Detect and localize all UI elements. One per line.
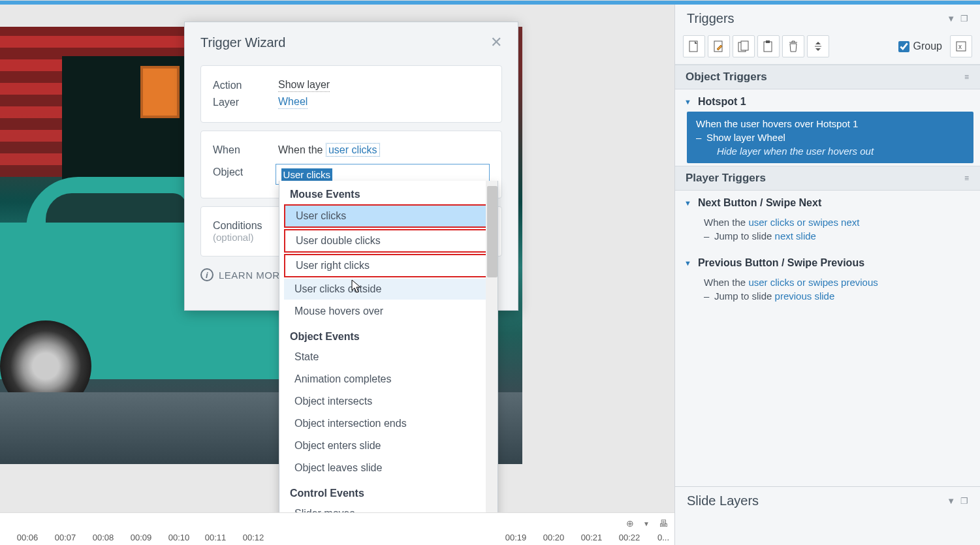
group-checkbox-input[interactable] [898,41,909,52]
value-layer[interactable]: Wheel [278,96,308,109]
timeline-tick: 00:19 [503,533,529,542]
dropdown-group-header: Mouse Events [279,181,498,204]
dropdown-item[interactable]: User clicks [284,204,493,228]
dropdown-item[interactable]: User clicks outside [284,279,493,300]
player-triggers-header[interactable]: Player Triggers≡ [675,166,980,191]
dropdown-item[interactable]: Object intersection ends [284,413,493,434]
timeline-print-icon[interactable]: 🖶 [659,518,668,529]
new-trigger-button[interactable] [683,35,705,57]
edit-trigger-button[interactable] [708,35,730,57]
dropdown-item[interactable]: Animation completes [284,369,493,390]
trigger-item-selected[interactable]: When the user hovers over Hotspot 1 Show… [687,112,973,163]
dropdown-item[interactable]: User right clicks [284,254,493,277]
group-checkbox[interactable]: Group [898,40,942,52]
label-layer: Layer [213,97,278,108]
trigger-group-title[interactable]: ▼ Next Button / Swipe Next [675,193,980,213]
hamburger-icon[interactable]: ≡ [964,72,970,82]
timeline-tick: 00:06 [14,533,40,542]
value-action[interactable]: Show layer [278,79,330,92]
timeline-insert-icon[interactable]: ⊕ [626,518,634,529]
triggers-toolbar: Group x [675,31,980,65]
dialog-title: Trigger Wizard [200,35,285,50]
event-dropdown[interactable]: Mouse EventsUser clicksUser double click… [279,181,498,533]
timeline-tick: 00:08 [90,533,116,542]
dropdown-item[interactable]: Object leaves slide [284,458,493,478]
timeline-tick: 00:09 [128,533,154,542]
close-icon[interactable]: ✕ [490,34,502,51]
when-prefix: When the [278,144,326,155]
svg-rect-3 [741,41,748,50]
caret-down-icon: ▼ [684,199,691,207]
trigger-item[interactable]: When the user clicks or swipes next Jump… [693,213,980,248]
dropdown-item[interactable]: Object intersects [284,391,493,412]
trigger-group-hotspot1: ▼ Hotspot 1 When the user hovers over Ho… [675,89,980,166]
delete-trigger-button[interactable] [782,35,804,57]
timeline-menu-icon[interactable]: ▼ [643,520,650,527]
triggers-panel: Triggers ▼ ❐ Group x Object Triggers≡ ▼ … [674,5,980,545]
svg-rect-5 [766,40,770,43]
dropdown-item[interactable]: Object enters slide [284,435,493,456]
dropdown-item[interactable]: State [284,347,493,367]
label-conditions: Conditions (optional) [213,220,278,243]
dropdown-item[interactable]: Mouse hovers over [284,301,493,322]
label-action: Action [213,80,278,91]
info-icon: i [200,268,213,281]
svg-text:x: x [958,43,962,50]
orange-sign-graphic [140,66,180,118]
trigger-group-title[interactable]: ▼ Hotspot 1 [675,92,980,112]
timeline: ⊕ ▼ 🖶 00:0600:0700:0800:0900:1000:1100:1… [0,512,674,545]
timeline-tick: 00:07 [52,533,78,542]
trigger-group-next: ▼ Next Button / Swipe Next When the user… [675,191,980,251]
timeline-tick: 00:21 [578,533,605,542]
caret-down-icon: ▼ [684,98,691,106]
trigger-group-previous: ▼ Previous Button / Swipe Previous When … [675,251,980,311]
panel-popout-icon[interactable]: ❐ [960,496,968,506]
hamburger-icon[interactable]: ≡ [964,174,970,183]
timeline-tick: 00:20 [541,533,567,542]
copy-trigger-button[interactable] [733,35,755,57]
when-link[interactable]: user clicks [326,143,380,157]
timeline-tick: 00:11 [202,533,229,542]
trigger-group-title[interactable]: ▼ Previous Button / Swipe Previous [675,253,980,273]
label-object: Object [213,166,277,178]
slide-layers-title: Slide Layers [687,493,759,508]
timeline-tick: 00:12 [240,533,266,542]
trigger-item[interactable]: When the user clicks or swipes previous … [693,273,980,308]
scrollbar-thumb[interactable] [487,186,498,277]
panel-menu-icon[interactable]: ▼ [947,496,955,506]
timeline-tick: 00:22 [616,533,642,542]
dropdown-group-header: Control Events [279,480,498,503]
app-topbar [0,0,980,5]
dropdown-group-header: Object Events [279,323,498,347]
timeline-ruler[interactable]: 00:0600:0700:0800:0900:1000:1100:1200:19… [7,528,668,542]
triggers-panel-title: Triggers [687,11,735,26]
svg-rect-4 [764,42,772,52]
timeline-tick: 0... [650,533,676,542]
panel-popout-icon[interactable]: ❐ [960,14,968,23]
panel-menu-icon[interactable]: ▼ [947,14,955,23]
paste-trigger-button[interactable] [757,35,780,57]
when-text: When the user clicks [278,144,380,156]
variables-button[interactable]: x [950,35,972,57]
reorder-trigger-button[interactable] [807,35,829,57]
label-when: When [213,144,278,156]
combo-selection: User clicks [281,168,333,181]
dropdown-item[interactable]: User double clicks [284,229,493,253]
group-checkbox-label: Group [913,40,942,52]
object-triggers-header[interactable]: Object Triggers≡ [675,65,980,89]
dropdown-scrollbar[interactable] [486,181,498,533]
timeline-tick: 00:10 [166,533,192,542]
caret-down-icon: ▼ [684,259,691,267]
